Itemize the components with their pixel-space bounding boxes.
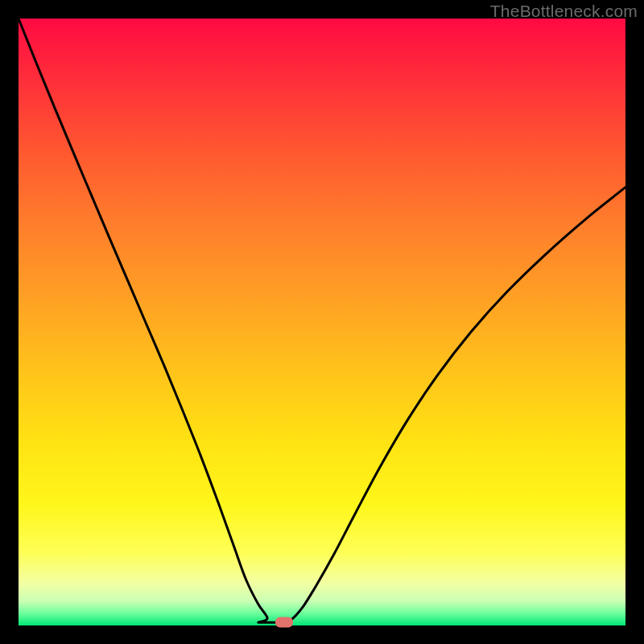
plot-area bbox=[19, 19, 625, 625]
bottleneck-curve bbox=[19, 19, 625, 625]
curve-path bbox=[19, 19, 625, 623]
watermark-text: TheBottleneck.com bbox=[490, 2, 638, 21]
optimal-marker bbox=[275, 617, 293, 628]
chart-stage: TheBottleneck.com bbox=[0, 0, 644, 644]
